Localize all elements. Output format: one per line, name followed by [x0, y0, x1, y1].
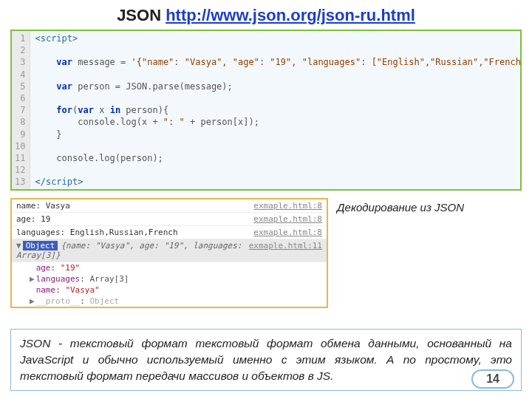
console-line: name: Vasyaexmaple.html:8 — [12, 200, 327, 213]
title-prefix: JSON — [117, 6, 166, 24]
title-link[interactable]: http://www.json.org/json-ru.html — [166, 6, 415, 24]
page-title: JSON http://www.json.org/json-ru.html — [10, 6, 522, 25]
object-property[interactable]: ▶languages: Array[3] — [25, 273, 327, 284]
object-label: Object — [23, 241, 58, 250]
object-property[interactable]: ▶__proto__: Object — [25, 296, 327, 307]
object-properties: age: "19"▶languages: Array[3] name: "Vas… — [12, 262, 327, 307]
definition-box: JSON - текстовый формат текстовый формат… — [10, 329, 522, 390]
console-source-link[interactable]: exmaple.html:8 — [253, 214, 322, 224]
console-object-header[interactable]: ▼Object{name: "Vasya", age: "19", langua… — [12, 239, 327, 262]
console-source-link[interactable]: exmaple.html:8 — [253, 228, 322, 237]
object-property[interactable]: age: "19" — [25, 262, 327, 273]
code-body: <script> var message = '{"name": "Vasya"… — [30, 31, 520, 189]
chevron-down-icon: ▼ — [16, 241, 21, 250]
object-property[interactable]: name: "Vasya" — [25, 284, 327, 296]
console-source-link[interactable]: exmaple.html:8 — [253, 201, 322, 211]
page-number: 14 — [471, 369, 514, 389]
line-gutter: 12345678910111213 — [12, 31, 30, 189]
console-line: languages: English,Russian,Frenchexmaple… — [12, 226, 327, 239]
console-source-link[interactable]: exmaple.html:11 — [249, 241, 322, 260]
console-output: name: Vasyaexmaple.html:8age: 19exmaple.… — [10, 198, 328, 308]
console-line: age: 19exmaple.html:8 — [12, 213, 327, 226]
caption-text: Декодирование из JSON — [337, 198, 464, 214]
code-editor: 12345678910111213 <script> var message =… — [10, 30, 522, 191]
